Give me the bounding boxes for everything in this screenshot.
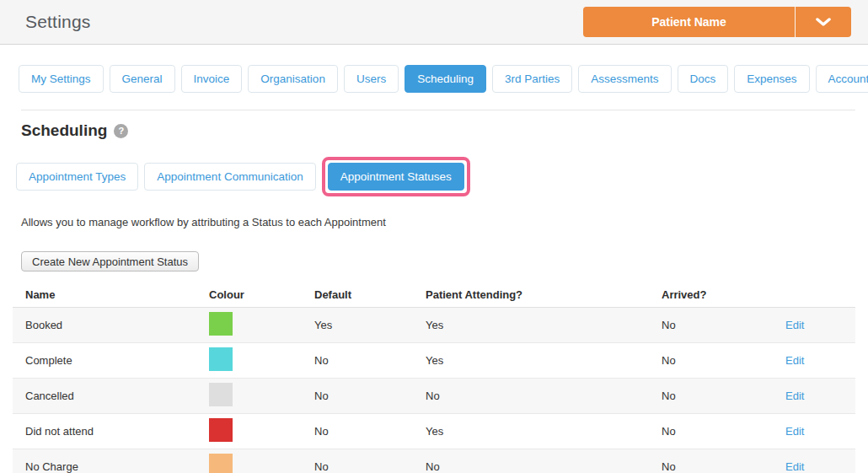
arrived-cell: No <box>662 390 773 402</box>
actions-cell: Edit <box>773 460 855 473</box>
patient-attending-cell: Yes <box>426 354 662 367</box>
section-description: Allows you to manage workflow by attribu… <box>21 216 868 228</box>
status-name-cell: Did not attend <box>13 425 209 438</box>
actions-cell: Edit <box>773 354 855 367</box>
edit-link[interactable]: Edit <box>785 390 804 402</box>
tab-3rd-parties[interactable]: 3rd Parties <box>492 65 572 93</box>
column-header-colour: Colour <box>209 288 314 301</box>
status-name-cell: Complete <box>13 354 209 367</box>
table-row-no-charge: No ChargeNoNoNoEdit <box>13 449 855 473</box>
edit-link[interactable]: Edit <box>785 460 804 473</box>
help-icon[interactable]: ? <box>114 124 128 138</box>
subtab-appointment-communication[interactable]: Appointment Communication <box>144 163 315 191</box>
divider <box>21 110 855 110</box>
colour-cell <box>209 383 314 409</box>
tab-docs[interactable]: Docs <box>678 65 729 93</box>
table-row-complete: CompleteNoYesNoEdit <box>13 343 855 379</box>
column-header-default: Default <box>314 288 426 301</box>
arrived-cell: No <box>662 354 773 367</box>
colour-swatch <box>209 383 233 406</box>
appointment-status-table: NameColourDefaultPatient Attending?Arriv… <box>13 282 855 473</box>
edit-link[interactable]: Edit <box>785 354 804 367</box>
patient-name-button[interactable]: Patient Name <box>583 7 851 37</box>
column-header-name: Name <box>13 288 209 301</box>
colour-swatch <box>209 454 233 473</box>
actions-cell: Edit <box>773 425 855 438</box>
arrived-cell: No <box>662 425 773 438</box>
status-name-cell: Cancelled <box>13 390 209 402</box>
table-body: BookedYesYesNoEditCompleteNoYesNoEditCan… <box>13 308 855 473</box>
create-new-appointment-status-button[interactable]: Create New Appointment Status <box>21 251 199 271</box>
page-title: Settings <box>25 12 90 32</box>
colour-swatch <box>209 312 233 336</box>
default-cell: Yes <box>314 319 426 331</box>
tab-assessments[interactable]: Assessments <box>578 65 671 93</box>
chevron-down-icon[interactable] <box>796 7 851 37</box>
edit-link[interactable]: Edit <box>785 425 804 438</box>
tab-general[interactable]: General <box>110 65 175 93</box>
tab-organisation[interactable]: Organisation <box>248 65 338 93</box>
patient-attending-cell: No <box>426 460 662 473</box>
default-cell: No <box>314 354 426 367</box>
top-bar: Settings Patient Name <box>0 0 868 45</box>
colour-cell <box>209 347 314 374</box>
arrived-cell: No <box>662 460 773 473</box>
status-name-cell: No Charge <box>13 460 209 473</box>
actions-cell: Edit <box>773 390 855 402</box>
colour-swatch <box>209 347 233 371</box>
actions-cell: Edit <box>773 319 855 331</box>
subtab-appointment-statuses[interactable]: Appointment Statuses <box>328 163 464 191</box>
colour-cell <box>209 312 314 338</box>
default-cell: No <box>314 390 426 402</box>
colour-cell <box>209 454 314 473</box>
tab-expenses[interactable]: Expenses <box>734 65 809 93</box>
sub-tab-bar: Appointment TypesAppointment Communicati… <box>16 157 868 196</box>
table-header-row: NameColourDefaultPatient Attending?Arriv… <box>13 282 855 308</box>
arrived-cell: No <box>662 319 773 331</box>
patient-name-label: Patient Name <box>583 7 796 37</box>
column-header-patient-attending: Patient Attending? <box>426 288 662 301</box>
tab-scheduling[interactable]: Scheduling <box>405 65 486 93</box>
tab-my-settings[interactable]: My Settings <box>19 65 104 93</box>
edit-link[interactable]: Edit <box>785 319 804 331</box>
section-title: Scheduling <box>21 121 107 140</box>
colour-cell <box>209 418 314 444</box>
patient-attending-cell: No <box>426 390 662 402</box>
colour-swatch <box>209 418 233 442</box>
annotation-highlight-ring: Appointment Statuses <box>322 157 470 196</box>
main-tab-bar: My SettingsGeneralInvoiceOrganisationUse… <box>19 65 868 93</box>
column-header-arrived: Arrived? <box>662 288 773 301</box>
patient-attending-cell: Yes <box>426 319 662 331</box>
status-name-cell: Booked <box>13 319 209 331</box>
patient-attending-cell: Yes <box>426 425 662 438</box>
section-header: Scheduling ? <box>21 121 868 140</box>
default-cell: No <box>314 425 426 438</box>
subtab-appointment-types[interactable]: Appointment Types <box>16 163 138 191</box>
tab-invoice[interactable]: Invoice <box>181 65 243 93</box>
default-cell: No <box>314 460 426 473</box>
table-row-did-not-attend: Did not attendNoYesNoEdit <box>13 414 855 449</box>
tab-users[interactable]: Users <box>344 65 399 93</box>
tab-account[interactable]: Account <box>816 65 868 93</box>
table-row-booked: BookedYesYesNoEdit <box>13 308 855 343</box>
table-row-cancelled: CancelledNoNoNoEdit <box>13 379 855 414</box>
